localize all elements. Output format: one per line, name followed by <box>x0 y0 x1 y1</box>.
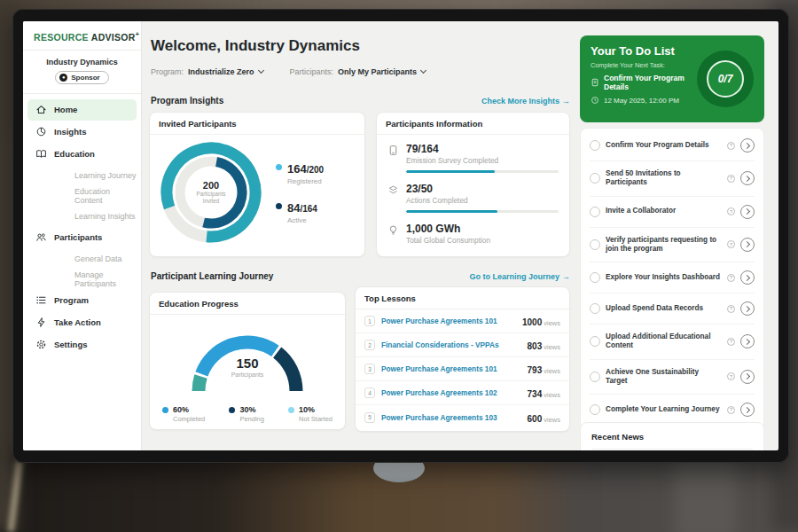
survey-icon <box>387 145 399 156</box>
sidebar-item[interactable]: Education <box>27 144 137 165</box>
participants-dropdown[interactable]: Participants: Only My Participants <box>290 67 426 76</box>
main-content: Welcome, Industry Dynamics Program: Indu… <box>142 21 580 450</box>
sidebar-item[interactable]: Participants <box>27 227 137 248</box>
task-checkbox[interactable] <box>590 239 600 250</box>
task-row[interactable]: Verify participants requesting to join t… <box>590 228 755 263</box>
lesson-views: 803 <box>528 341 543 351</box>
lesson-title-link[interactable]: Power Purchase Agreements 101 <box>381 364 521 373</box>
task-label: Upload Additional Educational Content <box>606 332 722 351</box>
lesson-row[interactable]: 1 Power Purchase Agreements 101 1000view… <box>356 309 569 333</box>
lesson-row[interactable]: 5 Power Purchase Agreements 103 600views <box>356 405 569 429</box>
lesson-title-link[interactable]: Power Purchase Agreements 103 <box>381 413 521 422</box>
logo-plus: + <box>136 31 139 37</box>
sidebar-item[interactable]: Home <box>27 99 137 121</box>
sidebar-item-label: Manage Participants <box>74 270 137 288</box>
sidebar-item[interactable]: Manage Participants <box>27 270 137 289</box>
sidebar-item[interactable]: Education Content <box>27 186 137 206</box>
task-open-button[interactable] <box>740 301 755 316</box>
sidebar-item[interactable]: General Data <box>27 249 137 269</box>
info-icon[interactable]: ? <box>727 175 735 183</box>
top-lessons-title: Top Lessons <box>356 287 569 309</box>
participants-dropdown-value: Only My Participants <box>338 67 417 76</box>
sidebar-item[interactable]: Learning Journey <box>27 166 137 185</box>
task-checkbox[interactable] <box>590 140 600 151</box>
program-dropdown[interactable]: Program: Industrialize Zero <box>151 67 263 76</box>
insights-icon <box>35 126 47 137</box>
legend-label: Not Started <box>299 415 332 423</box>
info-icon[interactable]: ? <box>727 142 735 150</box>
sidebar-item-label: Education <box>54 149 95 159</box>
sidebar-item[interactable]: Learning Insights <box>27 207 137 226</box>
learning-journey-header: Participant Learning Journey Go to Learn… <box>151 271 570 281</box>
task-checkbox[interactable] <box>590 173 600 184</box>
todo-summary-card: Your To Do List Complete Your Next Task:… <box>580 35 764 122</box>
sidebar-item-label: Home <box>54 105 77 114</box>
insights-cards-row: Invited Participants 200 Participants In… <box>149 112 570 257</box>
task-open-button[interactable] <box>740 334 755 348</box>
task-open-button[interactable] <box>740 205 755 219</box>
task-open-button[interactable] <box>740 171 755 185</box>
sidebar-item[interactable]: Take Action <box>27 312 137 333</box>
task-open-button[interactable] <box>740 370 755 384</box>
legend-dot <box>162 407 168 413</box>
lesson-title-link[interactable]: Power Purchase Agreements 102 <box>381 388 521 397</box>
task-label: Complete Your Learning Journey <box>606 405 722 414</box>
lesson-views: 793 <box>528 365 543 375</box>
task-row[interactable]: Upload Spend Data Records ? <box>590 293 755 325</box>
task-checkbox[interactable] <box>590 272 600 283</box>
monitor-bezel: RESOURCE ADVISOR+ Industry Dynamics ● Sp… <box>12 9 789 463</box>
gauge-center-label: Participants <box>181 372 314 378</box>
sidebar-item[interactable]: Program <box>27 290 137 311</box>
task-row[interactable]: Achieve One Sustainability Target ? <box>590 360 755 395</box>
lesson-row[interactable]: 3 Power Purchase Agreements 101 793views <box>356 357 569 381</box>
app-logo: RESOURCE ADVISOR+ <box>23 21 141 51</box>
lesson-title-link[interactable]: Financial Considerations - VPPAs <box>381 340 521 349</box>
recent-news-title: Recent News <box>591 432 753 450</box>
check-more-insights-link[interactable]: Check More Insights→ <box>481 97 570 106</box>
task-checkbox[interactable] <box>590 372 600 382</box>
recent-news-card: Recent News <box>580 422 764 450</box>
go-to-learning-journey-link[interactable]: Go to Learning Journey→ <box>469 272 570 281</box>
chevron-right-icon <box>743 176 749 182</box>
task-checkbox[interactable] <box>590 303 600 314</box>
lesson-row[interactable]: 4 Power Purchase Agreements 102 734views <box>356 381 569 405</box>
info-row: 23/50 Actions Completed <box>387 183 559 213</box>
info-icon[interactable]: ? <box>727 338 735 346</box>
task-checkbox[interactable] <box>590 404 600 415</box>
task-row[interactable]: Confirm Your Program Details ? <box>590 130 755 161</box>
info-icon[interactable]: ? <box>727 207 735 215</box>
task-row[interactable]: Upload Additional Educational Content ? <box>590 325 755 360</box>
info-icon[interactable]: ? <box>727 240 735 248</box>
task-row[interactable]: Complete Your Learning Journey ? <box>590 395 755 426</box>
chevron-down-icon <box>420 67 426 74</box>
task-checkbox[interactable] <box>590 336 600 347</box>
sidebar-item-label: Learning Insights <box>74 212 136 221</box>
info-label: Actions Completed <box>406 196 559 205</box>
sidebar-item[interactable]: Insights <box>27 121 137 143</box>
legend-dot <box>276 164 282 170</box>
task-row[interactable]: Send 50 Invitations to Participants ? <box>590 161 755 197</box>
lesson-row[interactable]: 2 Financial Considerations - VPPAs 803vi… <box>356 333 569 357</box>
lesson-title-link[interactable]: Power Purchase Agreements 101 <box>381 317 516 325</box>
task-row[interactable]: Explore Your Insights Dashboard ? <box>590 262 755 293</box>
task-checkbox[interactable] <box>590 207 600 217</box>
task-open-button[interactable] <box>740 403 755 417</box>
task-open-button[interactable] <box>740 138 755 153</box>
chevron-down-icon <box>257 67 263 74</box>
info-icon[interactable]: ? <box>727 305 735 313</box>
task-row[interactable]: Invite a Collaborator ? <box>590 197 755 228</box>
sidebar-item[interactable]: Settings <box>27 334 137 356</box>
program-icon <box>35 294 47 306</box>
info-icon[interactable]: ? <box>727 406 735 414</box>
todo-progress-value: 0/7 <box>718 73 733 85</box>
task-open-button[interactable] <box>740 238 755 252</box>
info-icon[interactable]: ? <box>727 372 735 380</box>
lesson-views: 734 <box>528 389 543 399</box>
task-open-button[interactable] <box>740 270 755 285</box>
program-insights-title: Program Insights <box>151 96 223 106</box>
invited-participants-title: Invited Participants <box>150 113 364 135</box>
info-icon[interactable]: ? <box>727 274 735 282</box>
legend-item: 84/164 Active <box>276 200 324 224</box>
clock-icon <box>591 96 599 105</box>
participants-dropdown-label: Participants: <box>290 67 334 76</box>
